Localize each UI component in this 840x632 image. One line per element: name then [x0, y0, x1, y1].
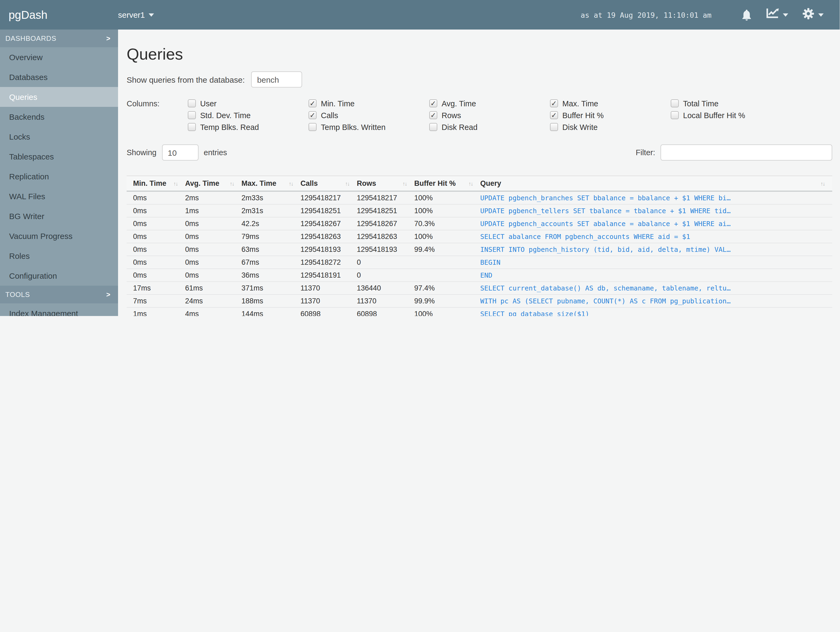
query-link[interactable]: SELECT abalance FROM pgbench_accounts WH…	[480, 233, 690, 241]
sidebar-item-vacuum-progress[interactable]: Vacuum Progress	[0, 226, 118, 246]
sidebar-item-overview[interactable]: Overview	[0, 47, 118, 67]
data-cell: 36ms	[242, 269, 300, 282]
query-cell: END	[480, 269, 832, 282]
charts-menu[interactable]	[766, 8, 788, 22]
checkbox-disk-read[interactable]: Disk Read	[429, 123, 550, 131]
checkbox-std-dev-time[interactable]: Std. Dev. Time	[188, 111, 308, 119]
chevron-right-icon: >	[106, 290, 111, 299]
query-link[interactable]: UPDATE pgbench_branches SET bbalance = b…	[480, 194, 731, 202]
query-link[interactable]: BEGIN	[480, 258, 501, 266]
checkbox-rows[interactable]: ✓Rows	[429, 111, 550, 119]
sidebar-section-dashboards[interactable]: DASHBOARDS>	[0, 30, 118, 47]
column-header-calls[interactable]: Calls↑↓	[300, 176, 357, 191]
checkbox-min-time[interactable]: ✓Min. Time	[308, 99, 429, 108]
column-header-avg-time[interactable]: Avg. Time↑↓	[185, 176, 242, 191]
checkbox-disk-write[interactable]: Disk Write	[550, 123, 671, 131]
sidebar-item-tablespaces[interactable]: Tablespaces	[0, 147, 118, 166]
checkbox-unchecked-icon[interactable]	[188, 99, 196, 108]
sidebar-item-wal-files[interactable]: WAL Files	[0, 186, 118, 206]
checkbox-label: Buffer Hit %	[562, 111, 604, 119]
sort-icon[interactable]: ↑↓	[173, 181, 178, 186]
checkbox-unchecked-icon[interactable]	[550, 123, 558, 131]
sidebar-item-replication[interactable]: Replication	[0, 166, 118, 186]
checkbox-unchecked-icon[interactable]	[308, 123, 317, 131]
table-row: 0ms0ms36ms12954181910END	[126, 269, 832, 282]
query-link[interactable]: WITH pc AS (SELECT pubname, COUNT(*) AS …	[480, 297, 731, 305]
checkbox-checked-icon[interactable]: ✓	[308, 99, 317, 108]
column-header-max-time[interactable]: Max. Time↑↓	[242, 176, 300, 191]
checkbox-local-buffer-hit[interactable]: Local Buffer Hit %	[671, 111, 791, 119]
column-header-label: Rows	[357, 179, 376, 187]
sidebar-item-backends[interactable]: Backends	[0, 107, 118, 127]
column-header-buffer-hit[interactable]: Buffer Hit %↑↓	[414, 176, 480, 191]
sort-icon[interactable]: ↑↓	[820, 181, 825, 186]
data-cell: 136440	[357, 282, 414, 295]
database-input[interactable]	[251, 71, 302, 87]
checkbox-checked-icon[interactable]: ✓	[550, 99, 558, 108]
sidebar-section-label: TOOLS	[5, 290, 30, 299]
table-row: 7ms24ms188ms113701137099.9%WITH pc AS (S…	[126, 295, 832, 307]
sidebar-item-roles[interactable]: Roles	[0, 246, 118, 266]
checkbox-max-time[interactable]: ✓Max. Time	[550, 99, 671, 108]
checkbox-label: Avg. Time	[442, 99, 476, 108]
checkbox-unchecked-icon[interactable]	[671, 99, 679, 108]
checkbox-temp-blks-written[interactable]: Temp Blks. Written	[308, 123, 429, 131]
sidebar-item-configuration[interactable]: Configuration	[0, 266, 118, 286]
data-cell: 1295418251	[300, 204, 357, 217]
column-header-min-time[interactable]: Min. Time↑↓	[126, 176, 185, 191]
sort-icon[interactable]: ↑↓	[345, 181, 349, 186]
notifications-bell-icon[interactable]	[742, 9, 752, 21]
data-cell: 1295418263	[300, 230, 357, 243]
checkbox-buffer-hit[interactable]: ✓Buffer Hit %	[550, 111, 671, 119]
checkbox-unchecked-icon[interactable]	[671, 111, 679, 119]
filter-input[interactable]	[660, 144, 832, 160]
query-cell: UPDATE pgbench_branches SET bbalance = b…	[480, 191, 832, 204]
column-header-rows[interactable]: Rows↑↓	[357, 176, 414, 191]
data-cell: 11370	[300, 282, 357, 295]
sort-icon[interactable]: ↑↓	[289, 181, 293, 186]
query-link[interactable]: UPDATE pgbench_tellers SET tbalance = tb…	[480, 207, 731, 215]
checkbox-checked-icon[interactable]: ✓	[550, 111, 558, 119]
brand-logo[interactable]: pgDash	[0, 8, 118, 21]
query-link[interactable]: UPDATE pgbench_accounts SET abalance = a…	[480, 220, 731, 228]
data-cell: 0ms	[126, 256, 185, 269]
sidebar-item-index-management[interactable]: Index Management	[0, 303, 118, 316]
top-navbar: pgDash server1 as at 19 Aug 2019, 11:10:…	[0, 0, 840, 30]
checkbox-temp-blks-read[interactable]: Temp Blks. Read	[188, 123, 308, 131]
columns-row: Columns: UserStd. Dev. TimeTemp Blks. Re…	[126, 99, 832, 135]
query-link[interactable]: INSERT INTO pgbench_history (tid, bid, a…	[480, 246, 731, 253]
column-header-label: Avg. Time	[185, 179, 219, 187]
checkbox-checked-icon[interactable]: ✓	[308, 111, 317, 119]
sidebar-item-locks[interactable]: Locks	[0, 127, 118, 147]
checkbox-user[interactable]: User	[188, 99, 308, 108]
query-link[interactable]: END	[480, 271, 492, 279]
query-link[interactable]: SELECT current_database() AS db, scheman…	[480, 284, 731, 292]
checkbox-checked-icon[interactable]: ✓	[429, 111, 437, 119]
checkbox-unchecked-icon[interactable]	[429, 123, 437, 131]
sort-icon[interactable]: ↑↓	[469, 181, 473, 186]
checkbox-calls[interactable]: ✓Calls	[308, 111, 429, 119]
column-header-query[interactable]: Query↑↓	[480, 176, 832, 191]
checkbox-checked-icon[interactable]: ✓	[429, 99, 437, 108]
checkbox-total-time[interactable]: Total Time	[671, 99, 791, 108]
sort-icon[interactable]: ↑↓	[403, 181, 407, 186]
sidebar-section-tools[interactable]: TOOLS>	[0, 286, 118, 303]
sidebar-item-queries[interactable]: Queries	[0, 87, 118, 107]
data-cell: 0ms	[185, 217, 242, 230]
sidebar-item-bg-writer[interactable]: BG Writer	[0, 206, 118, 226]
data-cell: 17ms	[126, 282, 185, 295]
checkbox-avg-time[interactable]: ✓Avg. Time	[429, 99, 550, 108]
query-link[interactable]: SELECT pg_database_size($1)	[480, 310, 589, 316]
sort-icon[interactable]: ↑↓	[230, 181, 234, 186]
sidebar-item-databases[interactable]: Databases	[0, 67, 118, 87]
checkbox-unchecked-icon[interactable]	[188, 123, 196, 131]
server-name: server1	[118, 10, 145, 19]
checkbox-label: Temp Blks. Read	[200, 123, 259, 131]
settings-menu[interactable]	[802, 8, 824, 22]
checkbox-label: Local Buffer Hit %	[683, 111, 745, 119]
data-cell: 1295418272	[300, 256, 357, 269]
checkbox-unchecked-icon[interactable]	[188, 111, 196, 119]
entries-count-input[interactable]	[162, 144, 198, 160]
data-cell: 0ms	[185, 243, 242, 256]
server-selector[interactable]: server1	[118, 10, 154, 19]
